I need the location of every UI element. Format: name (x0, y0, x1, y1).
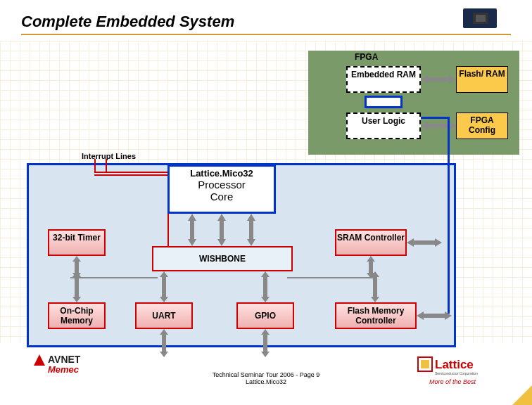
svg-marker-17 (261, 329, 270, 357)
arrow-conn (70, 271, 83, 302)
arrow-proc-wb (245, 214, 258, 246)
wishbone-bus: WISHBONE (152, 246, 293, 271)
svg-marker-3 (421, 75, 456, 84)
svg-text:Memec: Memec (48, 364, 80, 375)
lattice-logo: Lattice Semiconductor Corporation More o… (417, 356, 508, 390)
svg-marker-12 (72, 271, 81, 302)
onchip-memory-block: On-Chip Memory (48, 302, 106, 329)
svg-marker-16 (160, 329, 168, 357)
chip-icon (459, 6, 501, 31)
svg-text:Semiconductor Corporation: Semiconductor Corporation (435, 371, 478, 375)
interrupt-line (94, 172, 169, 176)
processor-sub2: Core (170, 191, 274, 202)
svg-marker-13 (160, 271, 168, 302)
flash-ram-block: Flash/ RAM (456, 66, 508, 93)
processor-name: Lattice.Mico32 (170, 168, 274, 179)
page-title: Complete Embedded System (21, 13, 511, 31)
arrow-conn (369, 271, 381, 302)
svg-rect-22 (421, 360, 429, 368)
avnet-logo: AVNET Memec (31, 352, 108, 378)
svg-rect-2 (476, 15, 486, 22)
arrow-conn (259, 271, 272, 302)
corner-triangle-icon (512, 385, 532, 405)
small-blue-connector (365, 96, 403, 108)
connector-line (287, 277, 377, 278)
sram-controller-block: SRAM Controller (335, 229, 407, 256)
svg-text:Lattice: Lattice (435, 358, 474, 371)
arrow-embedded-flash (421, 73, 456, 86)
interrupt-line (94, 159, 96, 173)
svg-marker-10 (407, 238, 442, 247)
arrow-userlogic-config (421, 120, 456, 132)
svg-text:More of the Best: More of the Best (429, 378, 476, 385)
timer-block: 32-bit Timer (48, 229, 106, 256)
svg-marker-14 (261, 271, 270, 302)
interrupt-line (106, 159, 107, 173)
arrow-gpio-out (259, 329, 272, 357)
user-logic-block: User Logic (346, 112, 421, 139)
arrow-sram-out (407, 236, 442, 249)
arrow-proc-wb (215, 214, 228, 246)
fpga-label: FPGA (355, 52, 378, 62)
connector-line (448, 117, 450, 314)
fpga-config-block: FPGA Config (456, 112, 508, 139)
svg-marker-15 (371, 271, 379, 302)
processor-sub1: Processor (170, 179, 274, 191)
connector-line (70, 277, 158, 278)
svg-marker-11 (417, 311, 452, 320)
flash-memory-controller-block: Flash Memory Controller (335, 302, 417, 329)
arrow-uart-out (158, 329, 170, 357)
svg-marker-7 (247, 214, 255, 246)
connector-line (421, 117, 449, 119)
embedded-ram-block: Embedded RAM (346, 66, 421, 93)
svg-marker-18 (34, 354, 45, 366)
interrupt-lines-label: Interrupt Lines (82, 152, 136, 160)
gpio-block: GPIO (236, 302, 294, 329)
uart-block: UART (135, 302, 193, 329)
title-bar: Complete Embedded System (21, 13, 511, 35)
arrow-conn (158, 271, 170, 302)
svg-marker-4 (421, 122, 456, 130)
svg-marker-6 (217, 214, 226, 246)
processor-core-block: Lattice.Mico32 Processor Core (167, 165, 276, 214)
svg-text:AVNET: AVNET (48, 354, 81, 365)
arrow-flash-out (417, 309, 452, 322)
arrow-proc-wb (186, 214, 198, 246)
svg-marker-5 (188, 214, 196, 246)
